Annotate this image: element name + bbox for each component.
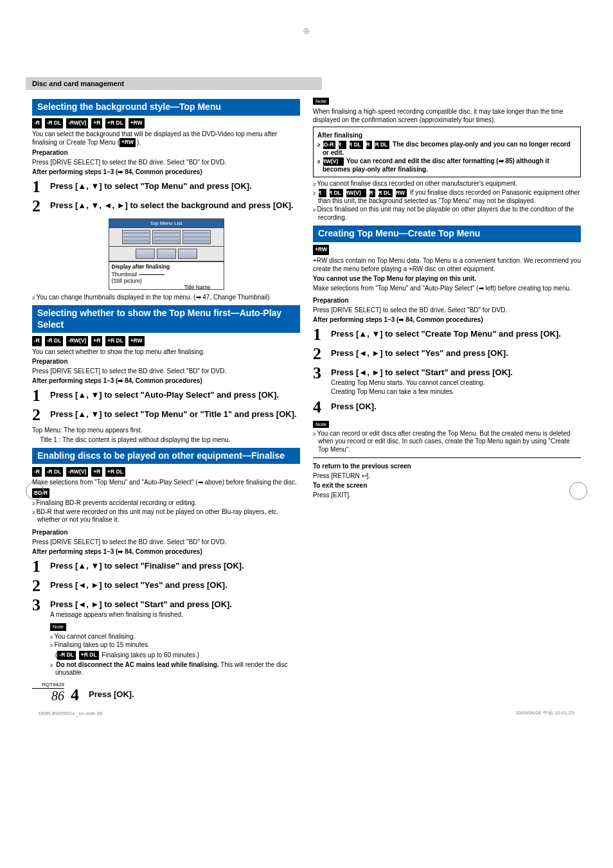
step3-sub1: Creating Top Menu starts. You cannot can… [331, 379, 513, 387]
fin-note-1: You cannot cancel finalising. [50, 633, 300, 641]
step-number: 2 [32, 578, 50, 594]
left-column: Selecting the background style—Top Menu … [32, 95, 300, 704]
bdr-tag-row: BD-R [32, 488, 300, 498]
tag: +R [366, 141, 372, 149]
prep-label: Preparation [32, 357, 300, 366]
tag: +R [91, 336, 102, 346]
return-text: Press [RETURN ↩]. [313, 472, 581, 480]
tag: -R DL [57, 651, 76, 659]
after-fin-row1: BD-R -R -R DL +R +R DL The disc becomes … [317, 141, 576, 157]
create-cannot: You cannot use the Top Menu for playing … [313, 274, 581, 283]
step-1: 1 Press [▲, ▼] to select "Create Top Men… [313, 326, 581, 343]
finalise-tags: -R -R DL -RW(V) +R +R DL [32, 466, 300, 477]
label-title-name: Title Name [184, 284, 211, 290]
step-body: Press [▲, ▼] to select "Finalise" and pr… [50, 558, 244, 571]
print-mark-right [569, 482, 587, 500]
tag: +R [91, 467, 102, 477]
step-number: 2 [32, 198, 50, 215]
return-text-span: Press [RETURN [313, 472, 362, 479]
after-fin-b2: -R -R DL -RW(V) +R +R DL +RW If you fina… [313, 189, 581, 205]
breadcrumb: Disc and card management [26, 77, 322, 90]
tag: -RW(V) [66, 118, 88, 128]
n3-post: Finalising takes up to 60 minutes.) [100, 651, 200, 659]
prep-text: Press [DRIVE SELECT] to select the BD dr… [313, 306, 581, 314]
tag-plus-rw: +RW [313, 245, 329, 255]
tag: -R DL [45, 467, 64, 477]
tag: -R DL [45, 336, 64, 346]
step-body: Press [▲, ▼] to select "Top Menu" and pr… [50, 179, 252, 191]
tag: +R DL [105, 118, 125, 128]
step-1: 1 Press [▲, ▼] to select "Top Menu" and … [32, 179, 300, 195]
fin-note-3: (-R DL +R DL Finalising takes up to 60 m… [50, 651, 300, 660]
step-2: 2 Press [▲, ▼] to select "Top Menu" or "… [32, 407, 300, 423]
step-number: 3 [32, 597, 50, 614]
step-2: 2 Press [▲, ▼, ◄, ►] to select the backg… [32, 198, 300, 215]
bg-intro-text1: You can select the background that will … [32, 130, 277, 146]
note-label: Note [50, 623, 66, 631]
step-body: Press [◄, ►] to select "Yes" and press [… [50, 578, 227, 590]
autoplay-intro: You can select whether to show the top m… [32, 348, 300, 356]
tag: +R [91, 118, 102, 128]
step-1: 1 Press [▲, ▼] to select "Finalise" and … [32, 558, 300, 575]
prep-text: Press [DRIVE SELECT] to select the BD dr… [32, 367, 300, 375]
tag: +R DL [375, 141, 389, 149]
bdr-bullet-1: Finalising BD-R prevents accidental reco… [32, 499, 300, 508]
prep-text: Press [DRIVE SELECT] to select the BD dr… [32, 538, 300, 546]
bdr-bullet-2: BD-R that were recorded on this unit may… [32, 508, 300, 524]
finalise-intro: Make selections from "Top Menu" and "Aut… [32, 478, 300, 486]
thumbnail-icon [182, 230, 211, 244]
thumbnail-icon [152, 230, 181, 244]
step-body: Press [OK]. [89, 687, 134, 700]
tag: -R [319, 189, 326, 197]
tag: BD-R [323, 141, 335, 149]
fin-note-2: Finalising takes up to 15 minutes. [50, 641, 300, 650]
thumbnail-row [109, 228, 224, 247]
after-fin-row2: -RW(V) You can record and edit the disc … [317, 157, 576, 173]
thumbnail-icon [122, 230, 150, 244]
n4-bold: Do not disconnect the AC mains lead whil… [56, 661, 219, 668]
exit-text: Press [EXIT]. [313, 491, 581, 499]
step-4: 4 Press [OK]. [71, 687, 300, 704]
registration-mark: ⊕ [303, 26, 310, 36]
bg-style-tags: -R -R DL -RW(V) +R +R DL +RW [32, 118, 300, 128]
tag: -R [32, 336, 42, 346]
step-body: Press [◄, ►] to select "Start" and press… [50, 597, 300, 678]
fin-note-4: Do not disconnect the AC mains lead whil… [50, 661, 300, 677]
tag: +R [369, 189, 375, 197]
create-makesel: Make selections from "Top Menu" and "Aut… [313, 284, 581, 292]
step3-sub: A message appears when finalising is fin… [50, 611, 300, 619]
create-intro: +RW discs contain no Top Menu data. Top … [313, 256, 581, 273]
note-label: Note [313, 421, 329, 428]
step-body: Press [▲, ▼] to select "Auto-Play Select… [50, 387, 279, 400]
section-finalise-header: Enabling discs to be played on other equ… [32, 448, 300, 465]
tag: -RW(V) [66, 336, 88, 346]
step-number: 4 [71, 687, 89, 704]
create-tag-row: +RW [313, 245, 581, 255]
print-mark-left [26, 482, 44, 500]
tag: +RW [396, 189, 407, 197]
step3-text: Press [◄, ►] to select "Start" and press… [331, 368, 513, 377]
right-note-text: When finalising a high-speed recording c… [313, 107, 581, 124]
autoplay-tags: -R -R DL -RW(V) +R +R DL +RW [32, 335, 300, 346]
tag: -RW(V) [346, 189, 366, 197]
thumbnail-icon [136, 249, 155, 259]
tag: +RW [129, 118, 145, 128]
after-fin-b1: You cannot finalise discs recorded on ot… [313, 180, 581, 188]
tag: -R DL [45, 118, 64, 128]
step3-text: Press [◄, ►] to select "Start" and press… [50, 599, 232, 609]
note-label: Note [313, 98, 329, 105]
thumbnail-icon [157, 249, 176, 259]
prep-label: Preparation [32, 528, 300, 536]
step-body: Press [◄, ►] to select "Yes" and press [… [331, 346, 508, 359]
footer-step4-row: RQT9428 86 4 Press [OK]. [32, 682, 300, 704]
step-3: 3 Press [◄, ►] to select "Start" and pre… [32, 597, 300, 678]
diagram-title: Top Menu List [109, 218, 224, 228]
exit-label: To exit the screen [313, 481, 581, 490]
section-bg-style-header: Selecting the background style—Top Menu [32, 99, 300, 116]
section-create-header: Creating Top Menu—Create Top Menu [313, 226, 581, 242]
step-number: 2 [32, 407, 50, 423]
prep-label: Preparation [32, 148, 300, 157]
create-note-b1: You can record or edit discs after creat… [313, 430, 581, 454]
pointer-line [139, 274, 164, 275]
return-icon: ↩ [362, 472, 367, 479]
